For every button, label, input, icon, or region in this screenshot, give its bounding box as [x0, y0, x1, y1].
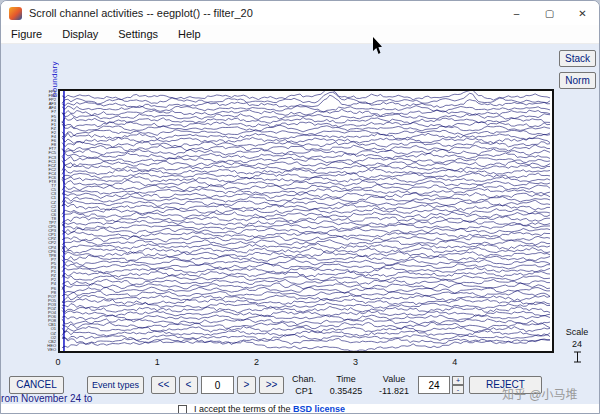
scale-block: Scale 24	[555, 327, 599, 367]
menu-help[interactable]: Help	[168, 26, 211, 42]
window-length-input[interactable]	[418, 376, 450, 394]
time-label: Time	[323, 374, 369, 384]
eeg-trace	[62, 141, 550, 147]
x-tick: 1	[155, 357, 160, 367]
eeg-trace	[62, 189, 550, 195]
eeg-trace	[62, 322, 550, 328]
window-title: Scroll channel activities -- eegplot() -…	[29, 7, 253, 19]
fast-back-button[interactable]: <<	[151, 376, 176, 394]
eeg-trace	[62, 243, 550, 249]
eeg-plot-area[interactable]	[58, 89, 554, 353]
eeg-trace	[62, 124, 550, 132]
eeg-trace	[62, 184, 550, 190]
eeg-trace	[62, 95, 550, 107]
scale-value: 24	[555, 339, 599, 349]
eeg-trace	[62, 298, 550, 304]
eeg-trace	[62, 196, 550, 202]
eeg-trace	[62, 204, 550, 211]
time-value: 0.35425	[323, 386, 369, 396]
eeg-trace	[62, 212, 550, 218]
license-prefix: I accept the terms of the	[194, 404, 293, 414]
eeg-trace	[62, 106, 550, 112]
eeg-trace	[62, 224, 550, 230]
value-label: Value	[369, 374, 419, 384]
eeg-trace	[62, 164, 550, 171]
menu-display[interactable]: Display	[52, 26, 108, 42]
eegplot-window: Scroll channel activities -- eegplot() -…	[0, 0, 600, 414]
eeg-trace	[62, 291, 550, 297]
eeg-trace	[62, 263, 550, 269]
eeg-trace	[62, 91, 550, 100]
x-tick: 4	[452, 357, 457, 367]
eeg-trace	[62, 179, 550, 186]
license-checkbox[interactable]	[178, 405, 187, 414]
background-license-dialog: I accept the terms of the BSD license	[1, 404, 600, 414]
channel-labels: FP1FPZFP2AF3AF4F7F5F3F1FZF2F4F6F8FT7FC5F…	[17, 90, 56, 352]
position-input[interactable]	[201, 376, 234, 394]
eeg-trace	[62, 173, 550, 179]
eeg-traces	[60, 91, 552, 351]
eeg-trace	[62, 112, 550, 119]
eeg-trace	[62, 137, 550, 143]
background-date-text: From November 24 to	[0, 393, 92, 404]
spinner-down-button[interactable]: -	[452, 385, 464, 394]
eeg-trace	[62, 133, 550, 139]
norm-button[interactable]: Norm	[559, 72, 596, 89]
menu-figure[interactable]: Figure	[1, 26, 52, 42]
back-button[interactable]: <	[179, 376, 198, 394]
eeg-trace	[62, 271, 550, 277]
title-bar: Scroll channel activities -- eegplot() -…	[1, 1, 599, 25]
menu-settings[interactable]: Settings	[108, 26, 168, 42]
scale-ibeam-icon	[573, 351, 582, 363]
eeg-trace	[62, 145, 550, 152]
eeg-trace	[62, 279, 550, 285]
eeg-trace	[62, 275, 550, 281]
eeg-trace	[62, 255, 550, 261]
spinner-up-button[interactable]: +	[452, 376, 464, 385]
eeg-trace	[62, 303, 550, 309]
fast-forward-button[interactable]: >>	[259, 376, 284, 394]
eeg-trace	[62, 330, 550, 336]
x-tick: 0	[55, 357, 60, 367]
watermark: 知乎 @小马堆	[502, 385, 578, 402]
eeg-trace	[62, 122, 550, 128]
eeg-trace	[62, 156, 550, 163]
chan-value: CP1	[285, 386, 323, 396]
x-tick: 2	[254, 357, 259, 367]
menu-bar: FigureDisplaySettingsHelp	[1, 25, 599, 44]
eeg-trace	[62, 310, 550, 317]
eeg-trace	[62, 267, 550, 273]
minimize-button[interactable]: –	[500, 1, 533, 25]
app-icon	[9, 7, 22, 20]
stack-button[interactable]: Stack	[559, 50, 596, 67]
eeg-trace	[62, 228, 550, 234]
x-axis: 01234	[58, 357, 554, 369]
cancel-button[interactable]: CANCEL	[9, 376, 64, 394]
forward-button[interactable]: >	[237, 376, 256, 394]
event-types-button[interactable]: Event types	[87, 376, 144, 394]
scale-label: Scale	[555, 327, 599, 337]
maximize-button[interactable]: ▢	[533, 1, 566, 25]
value-value: -11.821	[369, 386, 419, 396]
cursor-readout: Chan. Time Value CP1 0.35425 -11.821	[285, 374, 419, 396]
channel-label: VEO	[17, 348, 56, 352]
license-text: I accept the terms of the BSD license	[194, 404, 345, 414]
x-tick: 3	[353, 357, 358, 367]
chan-label: Chan.	[285, 374, 323, 384]
eeg-trace	[62, 109, 550, 116]
length-spinner: + -	[452, 376, 464, 394]
close-button[interactable]: ✕	[566, 1, 599, 25]
figure-area: Stack Norm boundary FP1FPZFP2AF3AF4F7F5F…	[1, 44, 600, 404]
license-link[interactable]: BSD license	[293, 404, 345, 414]
eeg-trace	[62, 240, 550, 246]
